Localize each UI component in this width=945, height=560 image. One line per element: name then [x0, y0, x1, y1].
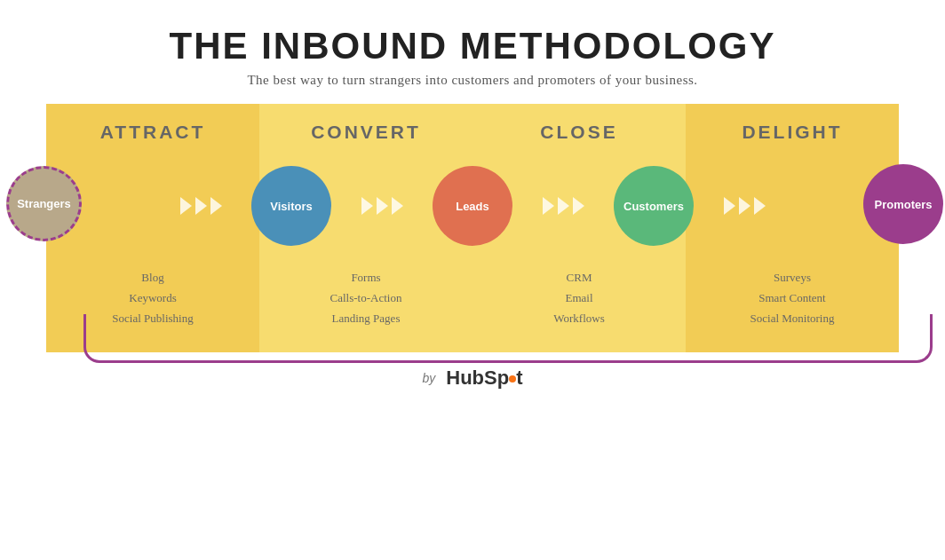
- chevron-1c: [210, 197, 222, 215]
- hs-part-2: Sp: [484, 367, 509, 390]
- hs-dot-icon: [509, 375, 516, 383]
- footer: by HubSpt: [422, 367, 522, 390]
- close-tool-1: CRM: [567, 271, 592, 284]
- strangers-circle: Strangers: [6, 166, 82, 241]
- leads-circle: Leads: [433, 166, 512, 246]
- convert-tool-2: Calls-to-Action: [330, 291, 402, 304]
- attract-tool-2: Keywords: [129, 291, 176, 304]
- convert-tool-1: Forms: [351, 271, 380, 284]
- footer-by: by: [422, 371, 435, 385]
- page-title: THE INBOUND METHODOLOGY: [170, 25, 776, 67]
- chevron-3c: [573, 197, 584, 215]
- chevron-2b: [377, 197, 388, 215]
- chevron-3a: [543, 197, 554, 215]
- close-tool-2: Email: [565, 291, 592, 304]
- chevron-2c: [392, 197, 403, 215]
- promoters-circle: Promoters: [863, 164, 943, 244]
- customers-label: Customers: [623, 200, 684, 213]
- chevron-1a: [180, 197, 192, 215]
- page-subtitle: The best way to turn strangers into cust…: [247, 73, 697, 88]
- close-label: CLOSE: [540, 104, 617, 143]
- hs-part-3: t: [516, 367, 522, 390]
- leads-label: Leads: [456, 200, 489, 213]
- chevron-4c: [754, 197, 766, 215]
- slot-visitors: Visitors: [227, 166, 355, 246]
- chevron-4b: [739, 197, 750, 215]
- arrows-4: [718, 197, 771, 215]
- hubspot-logo: HubSpt: [446, 367, 522, 390]
- visitors-label: Visitors: [270, 200, 312, 213]
- diagram: ATTRACT CONVERT CLOSE DELIGHT Strangers: [46, 104, 899, 352]
- slot-customers: Customers: [590, 166, 718, 246]
- arrows-1: [174, 197, 227, 215]
- promoters-label: Promoters: [874, 198, 932, 211]
- delight-label: DELIGHT: [742, 104, 842, 143]
- attract-label: ATTRACT: [100, 104, 206, 143]
- chevron-3b: [558, 197, 569, 215]
- circle-row: Visitors Leads Customers: [46, 166, 899, 246]
- arrows-2: [355, 197, 409, 215]
- customers-circle: Customers: [614, 166, 694, 246]
- attract-tool-1: Blog: [141, 271, 163, 284]
- purple-bracket: [83, 314, 933, 363]
- chevron-1b: [195, 197, 207, 215]
- slot-leads: Leads: [409, 166, 536, 246]
- promoters-container: Promoters: [863, 164, 943, 244]
- visitors-circle: Visitors: [251, 166, 331, 246]
- arrows-3: [536, 197, 590, 215]
- chevron-2a: [361, 197, 373, 215]
- chevron-4a: [724, 197, 735, 215]
- delight-tool-2: Smart Content: [758, 291, 825, 304]
- convert-label: CONVERT: [311, 104, 421, 143]
- delight-tool-1: Surveys: [774, 271, 811, 284]
- strangers-container: Strangers: [6, 166, 82, 241]
- strangers-label: Strangers: [17, 197, 71, 210]
- hs-part-1: Hub: [446, 367, 484, 390]
